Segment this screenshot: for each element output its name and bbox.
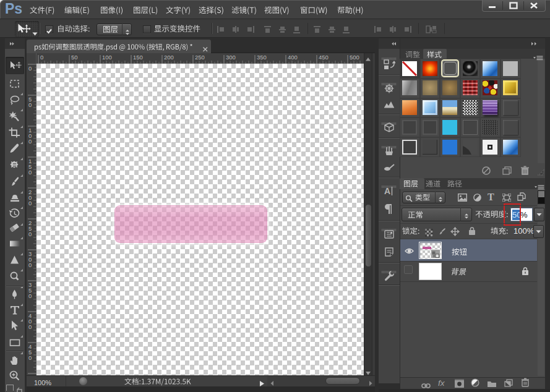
svg-text:T: T [488, 192, 494, 202]
svg-text:A: A [384, 186, 390, 196]
